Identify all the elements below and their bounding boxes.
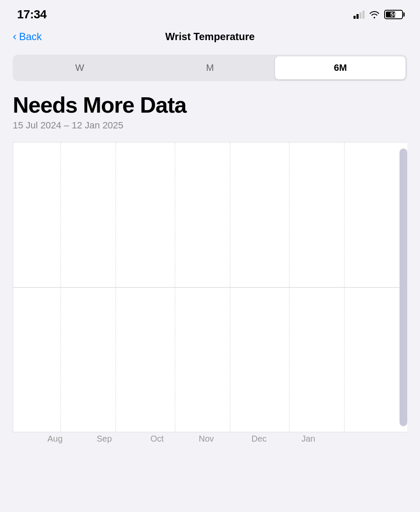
x-label-dec: Dec bbox=[252, 434, 267, 444]
segment-control: W M 6M bbox=[13, 55, 407, 81]
x-label-aug: Aug bbox=[47, 434, 63, 444]
page-title: Wrist Temperature bbox=[165, 31, 255, 43]
back-chevron-icon: ‹ bbox=[13, 31, 17, 42]
signal-icon bbox=[353, 10, 365, 19]
chart-container: +2°C Baseline -2°C Aug Sep Oct Nov Dec J… bbox=[13, 142, 407, 455]
back-label: Back bbox=[19, 31, 42, 43]
wifi-icon bbox=[369, 10, 380, 19]
segment-item-w[interactable]: W bbox=[14, 56, 145, 79]
x-label-sep: Sep bbox=[97, 434, 112, 444]
main-content: Needs More Data 15 Jul 2024 – 12 Jan 202… bbox=[0, 93, 420, 455]
date-range: 15 Jul 2024 – 12 Jan 2025 bbox=[13, 120, 407, 131]
x-label-jan: Jan bbox=[301, 434, 315, 444]
status-time: 17:34 bbox=[17, 8, 46, 21]
battery-icon: 59 bbox=[384, 10, 403, 19]
status-bar: 17:34 59 bbox=[0, 0, 420, 26]
segment-item-6m[interactable]: 6M bbox=[275, 56, 406, 79]
segment-item-m[interactable]: M bbox=[145, 56, 275, 79]
nav-bar: ‹ Back Wrist Temperature bbox=[0, 26, 420, 50]
chart-main-label: Needs More Data bbox=[13, 93, 407, 117]
jan-bar bbox=[400, 148, 407, 426]
baseline-line bbox=[13, 287, 407, 288]
battery-level: 59 bbox=[390, 11, 397, 18]
back-button[interactable]: ‹ Back bbox=[13, 31, 42, 43]
x-label-oct: Oct bbox=[151, 434, 164, 444]
x-label-nov: Nov bbox=[199, 434, 214, 444]
status-icons: 59 bbox=[353, 10, 403, 19]
x-axis: Aug Sep Oct Nov Dec Jan bbox=[13, 434, 365, 455]
chart-area: +2°C Baseline -2°C bbox=[13, 142, 407, 432]
